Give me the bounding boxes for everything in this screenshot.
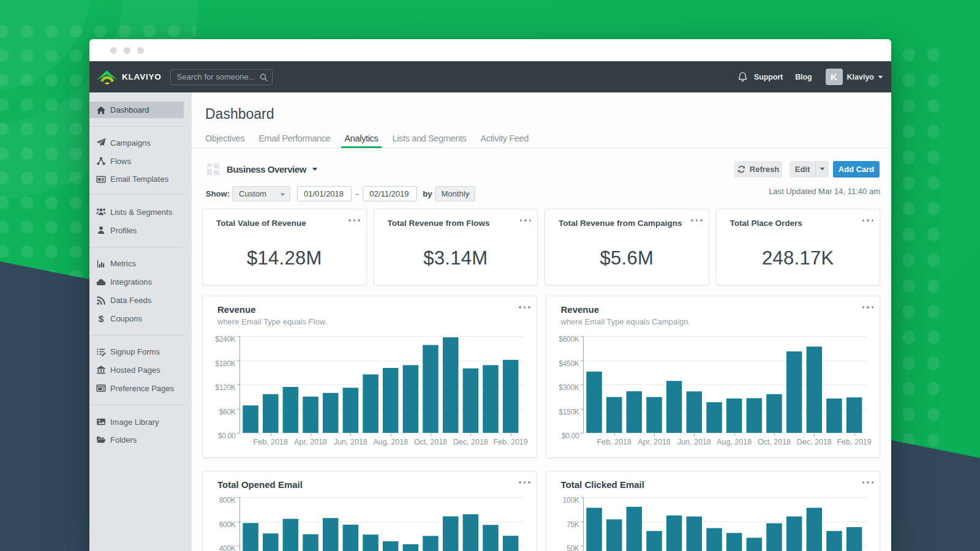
svg-text:50K: 50K <box>567 544 579 551</box>
sidebar-item-dashboard[interactable]: Dashboard <box>89 102 184 118</box>
edit-dropdown-button[interactable] <box>815 161 829 178</box>
bar-chart-plot: $240K$180K$120K$60K$0.00Feb, 2018Apr, 20… <box>203 330 537 452</box>
bar <box>383 368 399 433</box>
sidebar-item-signup-forms[interactable]: Signup Forms <box>89 343 184 361</box>
brand-name[interactable]: KLAVIYO <box>122 72 162 81</box>
tab-activity-feed[interactable]: Activity Feed <box>477 131 532 148</box>
stat-card-title: Total Revenue from Flows <box>388 219 490 228</box>
tab-email-performance[interactable]: Email Performance <box>255 131 334 148</box>
bar <box>766 394 782 433</box>
sidebar-item-hosted-pages[interactable]: Hosted Pages <box>89 361 184 378</box>
svg-text:Apr, 2018: Apr, 2018 <box>638 438 671 446</box>
svg-text:Dec, 2018: Dec, 2018 <box>796 438 831 446</box>
tab-lists-and-segments[interactable]: Lists and Segments <box>388 131 470 148</box>
search-input[interactable] <box>171 72 301 81</box>
card-menu-button[interactable] <box>520 219 532 222</box>
refresh-button[interactable]: Refresh <box>734 161 782 178</box>
card-menu-button[interactable] <box>519 306 530 309</box>
card-menu-button[interactable] <box>862 219 874 222</box>
bar <box>586 508 602 551</box>
account-caret-down-icon[interactable] <box>878 75 883 79</box>
board-caret-down-icon[interactable] <box>312 167 318 171</box>
magnifier-icon <box>260 73 268 81</box>
tab-objectives[interactable]: Objectives <box>202 131 248 148</box>
chart-card: Revenuewhere Email Type equals Campaign.… <box>546 296 881 458</box>
navbar-right-cluster: Support Blog K Klaviyo <box>738 69 891 85</box>
chart-subtitle: where Email Type equals Flow. <box>217 317 327 326</box>
stat-card: Total Place Orders248.17K <box>716 209 881 285</box>
sidebar-divider <box>89 194 184 195</box>
sidebar-item-coupons[interactable]: $Coupons <box>89 310 184 328</box>
window-dot-2[interactable] <box>124 47 130 54</box>
svg-text:$: $ <box>99 314 104 324</box>
card-menu-button[interactable] <box>349 219 360 222</box>
bar <box>686 517 702 551</box>
svg-text:100K: 100K <box>562 496 579 504</box>
add-card-button[interactable]: Add Card <box>833 161 880 178</box>
sidebar-item-profiles[interactable]: Profiles <box>89 222 184 239</box>
sidebar-item-lists-segments[interactable]: Lists & Segments <box>89 203 184 220</box>
sidebar-item-integrations[interactable]: Integrations <box>89 274 184 291</box>
edit-button[interactable]: Edit <box>790 161 815 178</box>
blog-link[interactable]: Blog <box>795 73 812 81</box>
sidebar-item-metrics[interactable]: Metrics <box>89 255 184 272</box>
bar <box>503 536 519 551</box>
chart-title: Revenue <box>217 304 256 315</box>
bar <box>283 519 299 551</box>
stat-card: Total Revenue from Flows$3.14M <box>374 209 538 285</box>
bar <box>746 538 762 551</box>
bar <box>303 534 318 551</box>
svg-text:Oct, 2018: Oct, 2018 <box>414 438 447 446</box>
account-avatar[interactable]: K <box>826 69 843 85</box>
folder-icon <box>96 435 106 444</box>
bar <box>363 375 379 433</box>
card-menu-button[interactable] <box>691 219 703 222</box>
sidebar-item-folders[interactable]: Folders <box>89 431 184 448</box>
window-dot-3[interactable] <box>137 47 144 54</box>
support-link[interactable]: Support <box>754 73 783 81</box>
svg-text:$0.00: $0.00 <box>561 432 579 440</box>
bar <box>766 523 782 551</box>
svg-text:$300K: $300K <box>559 383 579 392</box>
bell-icon[interactable] <box>738 72 747 82</box>
date-range-select[interactable]: Custom <box>232 186 290 201</box>
main-content: Dashboard ObjectivesEmail PerformanceAna… <box>192 92 891 551</box>
stat-card-title: Total Revenue from Campaigns <box>559 219 682 228</box>
bar <box>323 393 339 433</box>
sidebar-item-flows[interactable]: Flows <box>89 152 184 170</box>
interval-select[interactable]: Monthly <box>435 186 475 201</box>
card-menu-button[interactable] <box>862 481 874 484</box>
window-titlebar <box>89 39 891 61</box>
sidebar-item-campaigns[interactable]: Campaigns <box>89 134 184 151</box>
svg-text:Feb, 2018: Feb, 2018 <box>254 438 288 446</box>
board-name[interactable]: Business Overview <box>227 164 306 174</box>
select-caret-down-icon <box>465 193 470 197</box>
sidebar-item-email-templates[interactable]: Email Templates <box>89 171 184 188</box>
card-menu-button[interactable] <box>862 306 874 309</box>
svg-text:Jun, 2018: Jun, 2018 <box>677 438 710 446</box>
svg-text:Feb, 2019: Feb, 2019 <box>837 438 871 446</box>
bar <box>383 541 399 551</box>
bar <box>403 544 419 551</box>
toolbar-actions: Refresh Edit Add Card <box>734 161 891 178</box>
sidebar-divider <box>89 335 184 335</box>
app-window: KLAVIYO Support Blog K Klaviyo Dashboard… <box>89 39 891 551</box>
sidebar-item-image-library[interactable]: Image Library <box>89 413 184 430</box>
tab-analytics[interactable]: Analytics <box>341 131 382 148</box>
date-to-input[interactable] <box>363 186 417 201</box>
bar <box>263 533 279 551</box>
bar-chart-plot: 800K600K400K200K0.00Feb, 2018Apr, 2018Ju… <box>203 493 537 551</box>
window-dot-1[interactable] <box>110 47 117 54</box>
account-name[interactable]: Klaviyo <box>847 73 874 81</box>
date-from-input[interactable] <box>297 186 352 201</box>
bar <box>403 365 419 433</box>
card-menu-button[interactable] <box>519 481 530 484</box>
stat-card-value: $3.14M <box>374 247 538 269</box>
bar-chart-icon <box>96 259 106 269</box>
klaviyo-logo-icon[interactable] <box>96 69 118 85</box>
page-title: Dashboard <box>205 106 274 122</box>
sidebar-item-preference-pages[interactable]: Preference Pages <box>89 380 184 397</box>
sidebar-item-data-feeds[interactable]: Data Feeds <box>89 292 184 309</box>
bar <box>626 507 642 551</box>
sidebar-divider <box>89 126 184 127</box>
